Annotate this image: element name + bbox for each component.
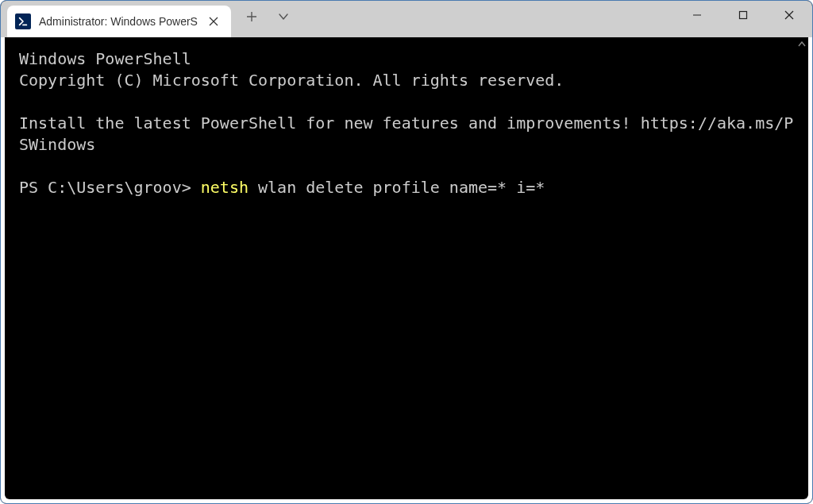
terminal-output-line: Windows PowerShell xyxy=(19,48,794,70)
tab-close-button[interactable] xyxy=(206,13,222,29)
maximize-button[interactable] xyxy=(720,1,766,29)
scroll-up-arrow[interactable] xyxy=(796,37,808,52)
titlebar-left: Administrator: Windows PowerS xyxy=(7,1,298,37)
tab-title: Administrator: Windows PowerS xyxy=(39,15,198,28)
active-tab[interactable]: Administrator: Windows PowerS xyxy=(7,6,231,37)
window-controls xyxy=(674,1,812,37)
terminal-output-line: Install the latest PowerShell for new fe… xyxy=(19,113,794,156)
command-highlight: netsh xyxy=(201,178,249,197)
minimize-button[interactable] xyxy=(674,1,720,29)
terminal-area[interactable]: Windows PowerShell Copyright (C) Microso… xyxy=(5,37,808,499)
titlebar: Administrator: Windows PowerS xyxy=(1,1,812,37)
powershell-icon xyxy=(15,13,31,29)
terminal-blank-line xyxy=(19,156,794,177)
terminal-output-line: Copyright (C) Microsoft Corporation. All… xyxy=(19,70,794,91)
terminal-prompt-line: PS C:\Users\groov> netsh wlan delete pro… xyxy=(19,177,794,198)
terminal-blank-line xyxy=(19,91,794,113)
new-tab-button[interactable] xyxy=(237,4,266,29)
terminal-window: Administrator: Windows PowerS xyxy=(0,0,813,504)
svg-rect-6 xyxy=(740,12,747,19)
close-button[interactable] xyxy=(766,1,812,29)
tab-actions xyxy=(237,1,298,37)
content-wrapper: Windows PowerShell Copyright (C) Microso… xyxy=(1,37,812,503)
scrollbar[interactable] xyxy=(796,37,808,499)
tab-dropdown-button[interactable] xyxy=(269,4,298,29)
prompt-prefix: PS C:\Users\groov> xyxy=(19,178,201,197)
command-rest: wlan delete profile name=* i=* xyxy=(249,178,545,197)
